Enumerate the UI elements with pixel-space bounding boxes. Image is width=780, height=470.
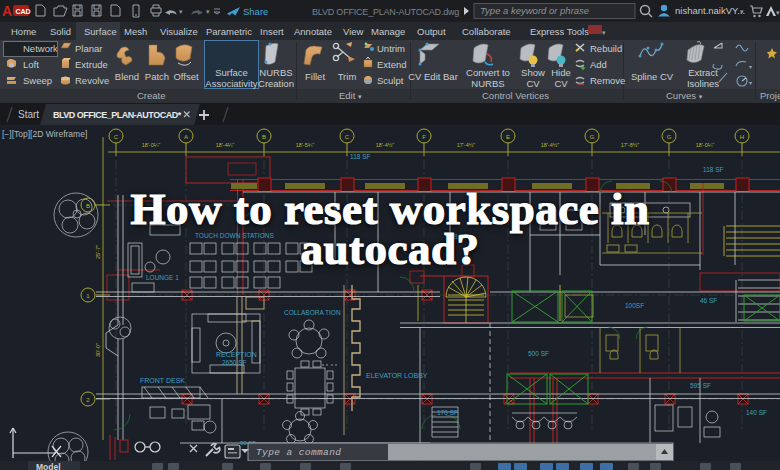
svg-text:RECEPTION: RECEPTION bbox=[216, 351, 257, 358]
svg-text:▾: ▾ bbox=[749, 64, 752, 70]
svg-text:H: H bbox=[740, 134, 744, 140]
svg-text:▾: ▾ bbox=[749, 80, 752, 86]
svg-text:500 SF: 500 SF bbox=[528, 350, 549, 357]
svg-text:C: C bbox=[114, 134, 119, 140]
svg-text:A: A bbox=[2, 3, 12, 19]
svg-text:18'-5¾": 18'-5¾" bbox=[296, 142, 315, 148]
svg-text:COLLABORA TION: COLLABORA TION bbox=[284, 309, 341, 316]
svg-text:Type a command: Type a command bbox=[256, 447, 341, 458]
svg-text:G: G bbox=[590, 134, 595, 140]
svg-text:18'-4½": 18'-4½" bbox=[541, 142, 560, 148]
svg-text:Share: Share bbox=[243, 6, 268, 17]
svg-text:B: B bbox=[262, 134, 266, 140]
svg-text:G: G bbox=[667, 134, 672, 140]
svg-text:18'-4½": 18'-4½" bbox=[376, 142, 395, 148]
svg-text:18'-0¼": 18'-0¼" bbox=[696, 142, 715, 148]
svg-text:BLVD OFFICE_PLAN-AUTOCAD*: BLVD OFFICE_PLAN-AUTOCAD* bbox=[53, 110, 182, 120]
svg-text:A: A bbox=[184, 134, 188, 140]
svg-text:C: C bbox=[345, 134, 350, 140]
svg-text:17'-4½": 17'-4½" bbox=[457, 142, 476, 148]
svg-text:nishant.naikVY...: nishant.naikVY... bbox=[675, 5, 745, 16]
svg-text:Model: Model bbox=[36, 462, 61, 470]
svg-text:ELEVATOR LOBBY: ELEVATOR LOBBY bbox=[366, 372, 428, 379]
svg-text:100SF: 100SF bbox=[625, 302, 644, 309]
svg-text:Type a keyword or phrase: Type a keyword or phrase bbox=[480, 5, 589, 16]
svg-text:170 SF: 170 SF bbox=[437, 409, 458, 416]
svg-text:▾: ▾ bbox=[179, 8, 183, 15]
svg-text:118 SF: 118 SF bbox=[703, 166, 724, 173]
svg-text:17'-8½": 17'-8½" bbox=[621, 142, 640, 148]
svg-text:▾: ▾ bbox=[206, 8, 210, 15]
svg-text:2650 SF: 2650 SF bbox=[222, 359, 247, 366]
svg-text:BLVD OFFICE_PLAN-AUTOCAD.dwg: BLVD OFFICE_PLAN-AUTOCAD.dwg bbox=[312, 7, 459, 17]
svg-text:LOUNGE 1: LOUNGE 1 bbox=[146, 274, 179, 281]
svg-text:18'-0¼": 18'-0¼" bbox=[142, 142, 161, 148]
svg-text:CAD: CAD bbox=[16, 8, 31, 15]
svg-text:F: F bbox=[422, 134, 426, 140]
svg-text:FRONT DESK: FRONT DESK bbox=[140, 377, 185, 384]
svg-text:Start: Start bbox=[18, 109, 39, 120]
svg-text:E: E bbox=[506, 134, 510, 140]
svg-text:595 SF: 595 SF bbox=[690, 382, 711, 389]
svg-text:▾: ▾ bbox=[776, 9, 780, 16]
svg-text:30'-0": 30'-0" bbox=[95, 343, 101, 357]
svg-text:46 SF: 46 SF bbox=[700, 297, 717, 304]
svg-text:▾: ▾ bbox=[740, 8, 744, 15]
svg-text:18'-4¼": 18'-4¼" bbox=[216, 142, 235, 148]
svg-text:118 SF: 118 SF bbox=[350, 153, 371, 160]
svg-text:140 SF: 140 SF bbox=[746, 409, 767, 416]
